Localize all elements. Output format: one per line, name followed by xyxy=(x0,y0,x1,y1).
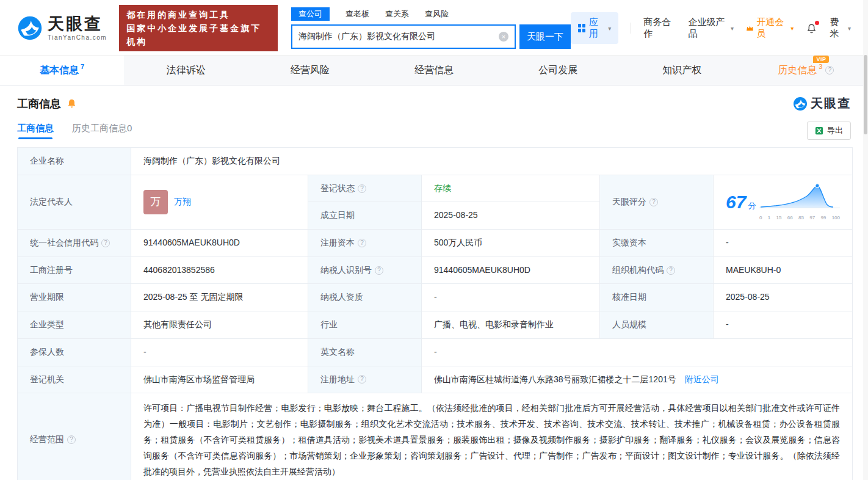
search-tab-boss[interactable]: 查老板 xyxy=(345,9,369,20)
status-badge: 存续 xyxy=(434,183,451,193)
row-reg-authority: 登记机关 佛山市南海区市场监督管理局 注册地址? 佛山市南海区桂城街道海八东路3… xyxy=(18,366,853,393)
section-title: 工商信息 xyxy=(17,96,61,111)
search-button[interactable]: 天眼一下 xyxy=(519,24,571,49)
score-chart: 01 1566 8597 99100 xyxy=(759,183,840,222)
establish-date-value: 2025-08-25 xyxy=(422,202,600,230)
org-code-label: 组织机构代码? xyxy=(600,256,714,284)
nav-divider xyxy=(631,23,631,34)
establish-date-label: 成立日期 xyxy=(308,202,422,230)
row-reg-no: 工商注册号 440682013852586 纳税人识别号? 91440605MA… xyxy=(18,256,853,284)
search-input-box[interactable]: × xyxy=(291,24,516,49)
subtab-business-info[interactable]: 工商信息 xyxy=(17,123,54,139)
english-name-label: 英文名称 xyxy=(308,338,422,366)
excel-icon xyxy=(815,126,823,135)
score-number: 67 xyxy=(726,192,746,212)
business-term-label: 营业期限 xyxy=(18,284,131,311)
help-icon[interactable]: ? xyxy=(358,184,366,193)
taxpayer-quality-value: - xyxy=(422,284,600,311)
logo-domain: TianYanCha.com xyxy=(48,35,107,41)
tianyancha-logo-icon xyxy=(17,15,43,41)
logo-brand-name: 天眼查 xyxy=(48,16,107,32)
notifications-bell[interactable] xyxy=(806,23,817,34)
tab-intellectual-property[interactable]: 知识产权 xyxy=(620,56,744,85)
industry-value: 广播、电视、电影和录音制作业 xyxy=(422,311,600,339)
help-icon[interactable]: ? xyxy=(667,266,675,275)
apps-menu[interactable]: 应用 ▾ xyxy=(571,12,618,44)
chevron-down-icon: ▾ xyxy=(848,25,851,32)
top-navigation: 应用 ▾ 商务合作 企业级产品 ▾ 开通会员 ▾ 费米 ▾ xyxy=(571,12,851,44)
score-label: 天眼评分? xyxy=(600,175,714,229)
search-area: 查公司 查老板 查关系 查风险 × 天眼一下 xyxy=(291,7,571,49)
basic-info-count-badge: 7 xyxy=(81,63,84,70)
business-info-table: 企业名称 海阔制作（广东）影视文化有限公司 法定代表人 万 万翔 登记状态? 存… xyxy=(17,147,853,480)
help-icon[interactable]: ? xyxy=(375,266,383,275)
clear-search-icon[interactable]: × xyxy=(499,32,508,42)
help-icon[interactable]: ? xyxy=(358,375,366,384)
username: 费米 xyxy=(830,16,845,40)
reg-address-value: 佛山市南海区桂城街道海八东路38号丽致汇裙楼之十二层1201号附近公司 xyxy=(422,366,853,393)
notification-red-dot xyxy=(815,21,819,25)
help-icon[interactable]: ? xyxy=(358,239,366,247)
vip-crown-icon xyxy=(746,24,754,32)
approve-date-value: 2025-08-25 xyxy=(714,284,853,311)
subtab-history-business-info[interactable]: 历史工商信息0 xyxy=(72,123,132,139)
vip-badge: VIP xyxy=(813,56,829,63)
score-axis: 01 1566 8597 99100 xyxy=(759,214,840,222)
subtab-row: 工商信息 历史工商信息0 导出 xyxy=(0,114,868,146)
scrollbar[interactable] xyxy=(863,0,868,480)
help-icon[interactable]: ? xyxy=(67,435,76,444)
legal-rep-avatar[interactable]: 万 xyxy=(143,190,168,214)
tab-operating-info[interactable]: 经营信息 xyxy=(372,56,496,85)
scrollbar-thumb[interactable] xyxy=(864,55,867,134)
banner-line-2: 国家中小企业发展子基金旗下机构 xyxy=(126,21,270,48)
insured-num-value: - xyxy=(131,338,308,366)
history-info-count-badge: 3 xyxy=(819,63,822,70)
nav-user-account[interactable]: 费米 ▾ xyxy=(830,16,851,40)
tab-legal-proceedings[interactable]: 法律诉讼 xyxy=(124,56,248,85)
subscribe-bell-icon[interactable] xyxy=(66,98,78,109)
search-tabs: 查公司 查老板 查关系 查风险 xyxy=(291,7,571,21)
credit-code-label: 统一社会信用代码? xyxy=(18,230,131,257)
tianyancha-logo[interactable]: 天眼查 TianYanCha.com xyxy=(17,15,107,41)
reg-capital-value: 500万人民币 xyxy=(422,230,600,257)
industry-label: 行业 xyxy=(308,311,422,339)
reg-address-label: 注册地址? xyxy=(308,366,422,393)
taxpayer-quality-label: 纳税人资质 xyxy=(308,284,422,311)
score-value-cell: 67分 xyxy=(714,175,853,229)
nav-open-vip[interactable]: 开通会员 ▾ xyxy=(746,16,794,40)
tab-basic-info[interactable]: 基本信息 7 xyxy=(0,56,124,85)
english-name-value: - xyxy=(422,338,853,366)
row-credit-code: 统一社会信用代码? 91440605MAEUK8UH0D 注册资本? 500万人… xyxy=(18,230,853,257)
chevron-down-icon: ▾ xyxy=(731,25,734,32)
score-curve xyxy=(759,183,840,209)
export-button[interactable]: 导出 xyxy=(807,122,851,140)
search-tab-company[interactable]: 查公司 xyxy=(291,7,330,21)
business-scope-value: 许可项目：广播电视节目制作经营；电影发行；电影放映；舞台工程施工。（依法须经批准… xyxy=(131,393,853,480)
company-anchor-tabs: 基本信息 7 法律诉讼 经营风险 经营信息 公司发展 知识产权 VIP 历史信息… xyxy=(0,55,868,85)
nav-enterprise-products[interactable]: 企业级产品 ▾ xyxy=(688,16,734,40)
taxpayer-no-value: 91440605MAEUK8UH0D xyxy=(422,256,600,284)
tab-operating-risk[interactable]: 经营风险 xyxy=(248,56,372,85)
help-icon[interactable]: ? xyxy=(101,239,110,247)
paid-capital-value: - xyxy=(714,230,853,257)
history-subtab-count: 0 xyxy=(127,123,132,133)
row-legal-rep-status: 法定代表人 万 万翔 登记状态? 存续 天眼评分? 67分 xyxy=(18,175,853,202)
reg-no-value: 440682013852586 xyxy=(131,256,308,284)
staff-size-value: - xyxy=(714,311,853,339)
chevron-down-icon: ▾ xyxy=(790,25,794,32)
score-unit: 分 xyxy=(748,201,756,210)
tab-history-info[interactable]: VIP 历史信息 3 ? xyxy=(744,56,868,85)
paid-capital-label: 实缴资本 xyxy=(600,230,714,257)
tab-company-development[interactable]: 公司发展 xyxy=(496,56,620,85)
nav-business-cooperation[interactable]: 商务合作 xyxy=(643,16,676,40)
nearby-companies-link[interactable]: 附近公司 xyxy=(685,374,719,384)
reg-no-label: 工商注册号 xyxy=(18,256,131,284)
search-tab-risk[interactable]: 查风险 xyxy=(425,9,449,20)
search-tab-relation[interactable]: 查关系 xyxy=(385,9,409,20)
search-input[interactable] xyxy=(298,32,499,42)
help-icon[interactable]: ? xyxy=(825,66,834,75)
help-icon[interactable]: ? xyxy=(649,198,658,206)
legal-rep-link[interactable]: 万翔 xyxy=(174,195,191,209)
row-insured-num: 参保人数 - 英文名称 - xyxy=(18,338,853,366)
row-company-type: 企业类型 其他有限责任公司 行业 广播、电视、电影和录音制作业 人员规模 - xyxy=(18,311,853,339)
